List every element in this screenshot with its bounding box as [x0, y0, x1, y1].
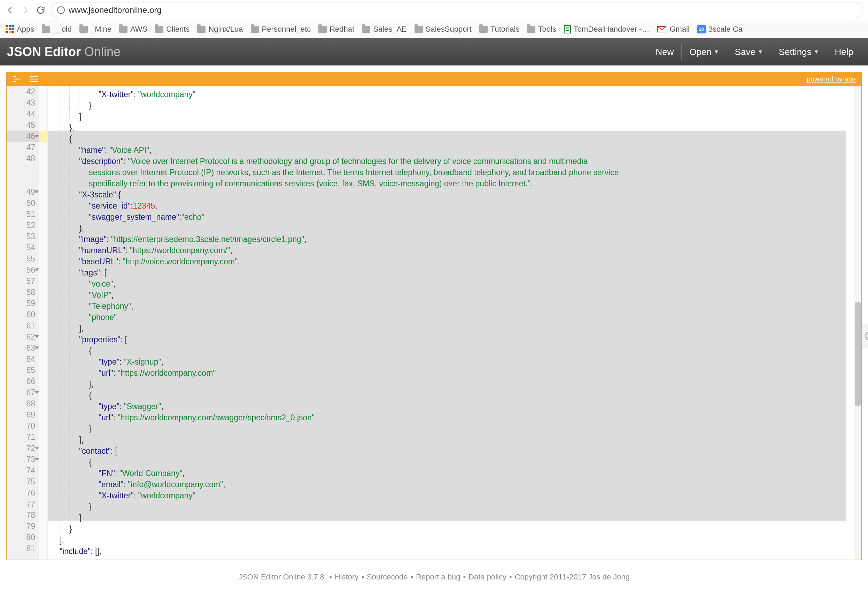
code-line[interactable]: "Telephony", [50, 298, 854, 309]
bookmark-redhat[interactable]: Redhat [318, 25, 354, 34]
footer-link[interactable]: Copyright 2011-2017 Jos de Jong [515, 573, 630, 581]
code-line[interactable]: } [50, 498, 854, 509]
code-line[interactable]: } [50, 97, 854, 108]
folder-icon [479, 26, 488, 33]
bookmark-sales-ae[interactable]: Sales_AE [362, 25, 407, 34]
code-line[interactable]: sessions over Internet Protocol (IP) net… [50, 164, 854, 175]
apps-icon [6, 25, 14, 34]
bookmark-label: Personnel_etc [262, 25, 311, 34]
folder-icon [251, 26, 259, 33]
code-line[interactable]: "swagger_system_name":"echo" [50, 208, 854, 220]
app-title-light: Online [84, 44, 121, 59]
apps-label: Apps [17, 25, 34, 34]
code-line[interactable]: ] [50, 509, 854, 521]
site-info-icon[interactable] [57, 6, 65, 14]
bookmark--mine[interactable]: _Mine [80, 25, 111, 34]
code-line[interactable]: "FN": "World Company", [50, 465, 854, 476]
vertical-scrollbar[interactable] [854, 86, 861, 560]
code-line[interactable]: } [50, 521, 854, 532]
code-line[interactable]: ], [50, 532, 854, 543]
code-line[interactable]: }, [50, 220, 854, 231]
code-line[interactable]: ] [50, 108, 854, 120]
code-line[interactable]: "properties": [ [50, 331, 854, 343]
folder-icon [119, 26, 127, 33]
footer-link[interactable]: Report a bug [416, 573, 460, 581]
code-line[interactable]: "humanURL": "https://worldcompany.com/", [50, 242, 854, 253]
code-line[interactable]: }, [50, 376, 854, 387]
browser-nav-bar: www.jsoneditoronline.org [0, 0, 868, 20]
code-line[interactable]: ], [50, 320, 854, 331]
bookmark-aws[interactable]: AWS [119, 25, 147, 34]
code-line[interactable]: "baseURL": "http://voice.worldcompany.co… [50, 253, 854, 264]
bookmark-label: Tools [538, 25, 556, 34]
bookmark-gmail[interactable]: Gmail [657, 25, 689, 34]
compact-button[interactable] [29, 75, 39, 83]
code-line[interactable]: { [50, 387, 854, 398]
code-editor[interactable]: 4243444546474849505152535455565758596061… [7, 86, 861, 560]
code-line[interactable]: }, [50, 120, 854, 131]
bookmark-tools[interactable]: Tools [527, 25, 556, 34]
panel-toggle[interactable] [862, 324, 868, 348]
format-button[interactable] [12, 75, 22, 83]
scrollbar-thumb[interactable] [855, 302, 861, 406]
code-content[interactable]: "X-twitter": "worldcompany"}]},{"name": … [48, 86, 854, 560]
code-line[interactable]: "phone" [50, 309, 854, 320]
menu-save[interactable]: Save▼ [727, 43, 771, 61]
code-line[interactable]: "email": "info@worldcompany.com", [50, 476, 854, 487]
code-line[interactable]: "X-twitter": "worldcompany" [50, 487, 854, 498]
code-line[interactable]: "image": "https://enterprisedemo.3scale.… [50, 231, 854, 242]
app-menu: New Open▼ Save▼ Settings▼ Help [648, 43, 861, 61]
code-line[interactable]: "type": "X-signup", [50, 353, 854, 365]
code-line[interactable]: "tags": [ [50, 264, 854, 275]
code-line[interactable]: "contact": [ [50, 443, 854, 454]
folder-icon [318, 26, 327, 33]
gmail-icon [657, 26, 667, 33]
bookmark--old[interactable]: __old [42, 25, 72, 34]
code-line[interactable]: } [50, 420, 854, 431]
address-bar[interactable]: www.jsoneditoronline.org [51, 2, 863, 18]
code-line[interactable]: "name": "Voice API", [50, 142, 854, 153]
code-line[interactable]: "voice", [50, 275, 854, 286]
menu-new[interactable]: New [648, 43, 681, 61]
back-button[interactable] [5, 5, 15, 15]
bookmark-clients[interactable]: Clients [155, 25, 189, 34]
menu-open[interactable]: Open▼ [681, 43, 726, 61]
footer-link[interactable]: Sourcecode [367, 573, 407, 581]
bookmark-tutorials[interactable]: Tutorials [479, 25, 520, 34]
bookmark-tomdealhandover-[interactable]: TomDealHandover -… [564, 25, 650, 34]
code-line[interactable]: specifically refer to the provisioning o… [50, 175, 854, 186]
code-line[interactable]: { [50, 131, 854, 142]
menu-help[interactable]: Help [827, 43, 861, 61]
code-line[interactable]: "type": "Swagger", [50, 398, 854, 409]
powered-by-link[interactable]: powered by ace [807, 75, 856, 83]
bookmark-salessupport[interactable]: SalesSupport [415, 25, 472, 34]
code-line[interactable]: { [50, 454, 854, 465]
code-line[interactable]: "url": "https://worldcompany.com/swagger… [50, 409, 854, 420]
code-line[interactable]: "url": "https://worldcompany.com" [50, 365, 854, 376]
bookmark-3scale-ca[interactable]: 203scale Ca [697, 25, 743, 34]
bookmark-label: 3scale Ca [709, 25, 743, 34]
code-line[interactable]: "X-3scale":{ [50, 186, 854, 198]
page-footer: JSON Editor Online 3.7.8 •History•Source… [0, 566, 868, 582]
code-line[interactable]: "description": "Voice over Internet Prot… [50, 153, 854, 164]
editor-toolbar: powered by ace [7, 72, 861, 86]
code-line[interactable]: { [50, 343, 854, 353]
folder-icon [42, 26, 50, 33]
menu-settings[interactable]: Settings▼ [771, 43, 827, 61]
bookmark-label: Nginx/Lua [208, 25, 243, 34]
footer-link[interactable]: Data policy [468, 573, 506, 581]
bookmark-personnel-etc[interactable]: Personnel_etc [251, 25, 311, 34]
apps-button[interactable]: Apps [6, 25, 34, 34]
bookmark-nginx-lua[interactable]: Nginx/Lua [197, 25, 243, 34]
code-line[interactable]: ], [50, 431, 854, 443]
forward-button[interactable] [20, 5, 31, 15]
bookmark-label: _Mine [90, 25, 111, 34]
code-line[interactable]: "VoIP", [50, 286, 854, 298]
code-line[interactable]: "service_id":12345, [50, 198, 854, 208]
footer-link[interactable]: History [335, 573, 359, 581]
reload-button[interactable] [35, 5, 46, 15]
code-line[interactable]: "include": [], [50, 543, 854, 554]
folder-icon [527, 26, 535, 33]
fold-column[interactable] [39, 86, 48, 560]
code-line[interactable]: "X-twitter": "worldcompany" [50, 86, 854, 97]
